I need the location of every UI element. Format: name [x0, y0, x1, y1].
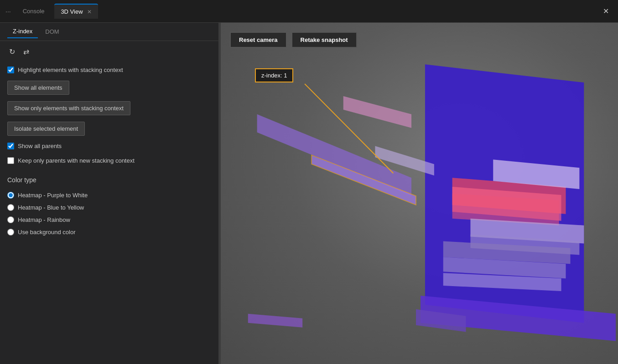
svg-marker-4: [343, 96, 411, 128]
show-parents-checkbox[interactable]: [7, 143, 14, 149]
left-panel: Z-index DOM ↻ ⇄ Highlight elements with …: [0, 23, 219, 364]
highlight-checkbox-row: Highlight elements with stacking context: [7, 66, 211, 74]
show-parents-label: Show all parents: [18, 142, 62, 150]
tab-3d-view[interactable]: 3D View ✕: [54, 4, 98, 19]
color-type-title: Color type: [7, 176, 211, 184]
highlight-checkbox[interactable]: [7, 67, 14, 73]
radio-purple-white[interactable]: [7, 192, 14, 199]
3d-viewport: Reset camera Retake snapshot z-index: 1: [221, 23, 618, 364]
keep-parents-label: Keep only parents with new stacking cont…: [18, 157, 135, 165]
radio-row-rainbow: Heatmap - Rainbow: [7, 215, 211, 225]
radio-row-bg: Use background color: [7, 227, 211, 237]
tab-close-icon[interactable]: ✕: [87, 9, 92, 15]
radio-blue-yellow[interactable]: [7, 204, 14, 211]
reset-button[interactable]: ⇄: [21, 46, 31, 58]
svg-marker-16: [248, 314, 302, 328]
keep-parents-checkbox[interactable]: [7, 157, 14, 164]
radio-blue-yellow-label: Heatmap - Blue to Yellow: [18, 204, 84, 211]
show-stacking-button[interactable]: Show only elements with stacking context: [7, 101, 130, 115]
menu-dots[interactable]: ···: [5, 8, 11, 15]
view-buttons: Reset camera Retake snapshot: [230, 32, 357, 48]
radio-row-blue: Heatmap - Blue to Yellow: [7, 202, 211, 213]
show-all-elements-button[interactable]: Show all elements: [7, 81, 69, 95]
radio-purple-white-label: Heatmap - Purple to White: [18, 192, 88, 199]
keep-parents-checkbox-row: Keep only parents with new stacking cont…: [7, 157, 211, 165]
controls-section: Highlight elements with stacking context…: [0, 62, 218, 169]
color-type-section: Color type Heatmap - Purple to White Hea…: [0, 169, 218, 245]
radio-rainbow[interactable]: [7, 216, 14, 223]
isolate-element-button[interactable]: Isolate selected element: [7, 122, 85, 136]
main-layout: Z-index DOM ↻ ⇄ Highlight elements with …: [0, 23, 618, 364]
radio-bg-color[interactable]: [7, 229, 14, 236]
radio-bg-color-label: Use background color: [18, 229, 75, 236]
retake-snapshot-button[interactable]: Retake snapshot: [291, 32, 357, 48]
tab-dom[interactable]: DOM: [40, 26, 64, 38]
radio-row-purple: Heatmap - Purple to White: [7, 190, 211, 200]
window-close-button[interactable]: ✕: [599, 5, 613, 17]
refresh-button[interactable]: ↻: [7, 46, 17, 58]
title-bar: ··· Console 3D View ✕ ✕: [0, 0, 618, 23]
scene-container[interactable]: Reset camera Retake snapshot z-index: 1: [221, 23, 618, 364]
show-parents-checkbox-row: Show all parents: [7, 142, 211, 150]
tab-console[interactable]: Console: [16, 4, 51, 18]
toolbar-row: ↻ ⇄: [0, 41, 218, 62]
radio-rainbow-label: Heatmap - Rainbow: [18, 216, 70, 223]
tab-zindex[interactable]: Z-index: [7, 25, 38, 38]
reset-camera-button[interactable]: Reset camera: [230, 32, 287, 48]
z-index-tooltip: z-index: 1: [255, 68, 293, 82]
sub-tabs: Z-index DOM: [0, 23, 218, 41]
highlight-label: Highlight elements with stacking context: [18, 66, 123, 74]
